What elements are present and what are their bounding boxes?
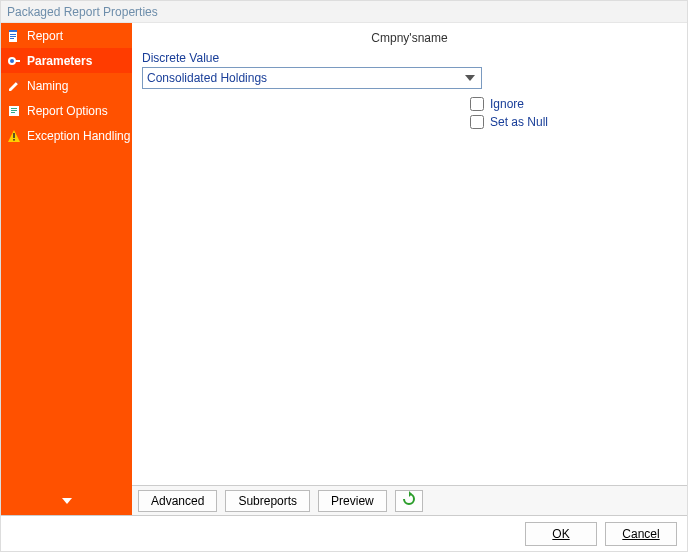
sidebar-item-parameters[interactable]: Parameters xyxy=(1,48,132,73)
ignore-label: Ignore xyxy=(490,97,524,111)
svg-rect-3 xyxy=(10,36,16,37)
content-area: Cmpny'sname Discrete Value Consolidated … xyxy=(132,23,687,485)
discrete-value-field: Discrete Value Consolidated Holdings xyxy=(142,51,677,89)
subreports-button[interactable]: Subreports xyxy=(225,490,310,512)
sidebar-item-report-options[interactable]: Report Options xyxy=(1,98,132,123)
sidebar-item-exception-handling[interactable]: Exception Handling xyxy=(1,123,132,148)
refresh-button[interactable] xyxy=(395,490,423,512)
cancel-button[interactable]: Cancel xyxy=(605,522,677,546)
discrete-value-combo[interactable]: Consolidated Holdings xyxy=(142,67,482,89)
parameter-title: Cmpny'sname xyxy=(142,31,677,45)
svg-marker-8 xyxy=(9,82,18,91)
chevron-down-icon xyxy=(60,494,74,508)
svg-rect-16 xyxy=(13,139,15,141)
checkbox-group: Ignore Set as Null xyxy=(470,97,677,129)
ignore-checkbox-row[interactable]: Ignore xyxy=(470,97,677,111)
svg-rect-12 xyxy=(11,110,17,111)
sidebar-item-label: Exception Handling xyxy=(27,129,130,143)
ignore-checkbox[interactable] xyxy=(470,97,484,111)
pencil-icon xyxy=(7,79,21,93)
sidebar-expand-toggle[interactable] xyxy=(1,487,132,515)
svg-rect-15 xyxy=(13,133,15,138)
svg-rect-4 xyxy=(10,38,14,39)
dialog-footer: OK Cancel xyxy=(1,515,687,551)
preview-button[interactable]: Preview xyxy=(318,490,387,512)
sidebar-item-label: Parameters xyxy=(27,54,92,68)
svg-rect-1 xyxy=(9,30,17,32)
svg-marker-18 xyxy=(409,491,412,497)
svg-rect-2 xyxy=(10,34,16,35)
refresh-icon xyxy=(401,491,417,510)
ok-button[interactable]: OK xyxy=(525,522,597,546)
sidebar-items: Report Parameters Naming xyxy=(1,23,132,487)
setnull-checkbox[interactable] xyxy=(470,115,484,129)
warning-icon xyxy=(7,129,21,143)
dialog-window: Packaged Report Properties Report Parame… xyxy=(0,0,688,552)
svg-rect-13 xyxy=(11,112,15,113)
discrete-value-select[interactable]: Consolidated Holdings xyxy=(142,67,482,89)
sidebar-item-report[interactable]: Report xyxy=(1,23,132,48)
svg-point-6 xyxy=(10,59,14,63)
sidebar-item-naming[interactable]: Naming xyxy=(1,73,132,98)
setnull-label: Set as Null xyxy=(490,115,548,129)
sidebar-item-label: Report Options xyxy=(27,104,108,118)
discrete-value-label: Discrete Value xyxy=(142,51,677,65)
window-title: Packaged Report Properties xyxy=(1,1,687,23)
toolbar: Advanced Subreports Preview xyxy=(132,485,687,515)
main-panel: Cmpny'sname Discrete Value Consolidated … xyxy=(132,23,687,515)
parameters-icon xyxy=(7,54,21,68)
sidebar: Report Parameters Naming xyxy=(1,23,132,515)
dialog-body: Report Parameters Naming xyxy=(1,23,687,515)
svg-marker-17 xyxy=(62,498,72,504)
options-icon xyxy=(7,104,21,118)
svg-rect-11 xyxy=(11,108,17,109)
advanced-button[interactable]: Advanced xyxy=(138,490,217,512)
sidebar-item-label: Report xyxy=(27,29,63,43)
setnull-checkbox-row[interactable]: Set as Null xyxy=(470,115,677,129)
svg-rect-7 xyxy=(15,60,20,62)
report-icon xyxy=(7,29,21,43)
sidebar-item-label: Naming xyxy=(27,79,68,93)
